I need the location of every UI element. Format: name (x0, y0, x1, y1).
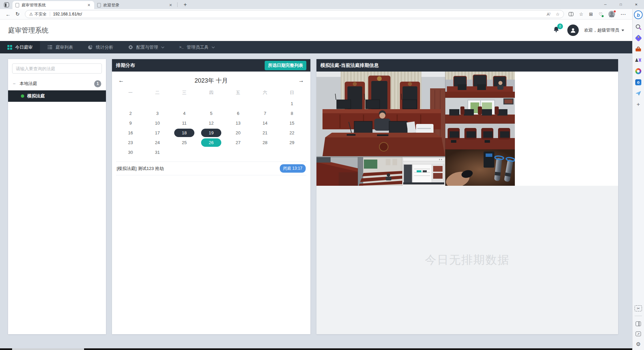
browser-toolbar: ← ↻ ⚠ 不安全 192.168.1.61/tc/ A) ☆ ☆ ⊞ ♡ ··… (0, 9, 632, 19)
calendar-day-21[interactable]: 21 (252, 128, 278, 138)
collections-icon[interactable]: ⊞ (589, 11, 593, 17)
edge-sidebar: b♟♜o+✂↗⚙ (632, 9, 644, 350)
calendar-day-5[interactable]: 5 (198, 108, 225, 118)
minimize-button[interactable]: ─ (598, 0, 613, 9)
capture-icon[interactable]: ✂ (635, 305, 642, 311)
calendar-day-28[interactable]: 28 (252, 138, 278, 147)
calendar-day-4[interactable]: 4 (171, 108, 198, 118)
shopping-icon[interactable] (635, 35, 642, 41)
tab-close-icon[interactable]: ✕ (87, 3, 91, 7)
tools-icon[interactable] (635, 46, 642, 52)
calendar-day-1[interactable]: 1 (278, 99, 305, 108)
favorite-star-icon[interactable]: ☆ (556, 12, 560, 17)
calendar-day-15[interactable]: 15 (278, 118, 305, 128)
calendar-day-13[interactable]: 13 (225, 118, 252, 128)
calendar-day-16[interactable]: 16 (117, 128, 144, 138)
favorites-icon[interactable]: ☆ (579, 11, 583, 17)
url-text: 192.168.1.61/tc/ (53, 12, 82, 16)
refresh-icon[interactable]: ↻ (13, 11, 22, 17)
horizontal-scrollbar[interactable] (0, 348, 632, 350)
browser-tab-active[interactable]: 庭审管理系统 ✕ (12, 1, 94, 9)
tab-workspaces-icon[interactable] (4, 2, 9, 7)
calendar-day-22[interactable]: 22 (278, 128, 305, 138)
microsoft365-icon[interactable] (635, 68, 642, 75)
read-aloud-icon[interactable]: A) (547, 12, 551, 17)
browser-essentials-icon[interactable]: ♡ (599, 12, 603, 17)
notification-bell-icon[interactable]: 0 (553, 26, 560, 35)
calendar-day-3[interactable]: 3 (144, 108, 171, 118)
video-gallery-view (358, 157, 402, 186)
calendar-day-7[interactable]: 7 (252, 108, 278, 118)
calendar-day-25[interactable]: 25 (171, 138, 198, 147)
user-avatar[interactable] (567, 25, 579, 36)
nav-item-3[interactable]: 统计分析 (80, 41, 121, 53)
split-screen-icon[interactable] (569, 12, 573, 16)
nav-label: 庭审列表 (55, 44, 73, 50)
bing-chat-icon[interactable]: b (634, 10, 643, 19)
notification-count-badge: 0 (557, 24, 563, 29)
calendar-day-24[interactable]: 24 (144, 138, 171, 147)
calendar-day-11[interactable]: 11 (171, 118, 198, 128)
court-search-input[interactable] (12, 63, 102, 74)
nav-item-4[interactable]: 配置与管理 (121, 41, 172, 53)
calendar-day-14[interactable]: 14 (252, 118, 278, 128)
calendar-day-23[interactable]: 23 (117, 138, 144, 147)
prev-month-icon[interactable]: ← (117, 77, 125, 84)
calendar-day-30[interactable]: 30 (117, 147, 144, 157)
next-month-icon[interactable]: → (297, 77, 305, 84)
rail-divider (635, 316, 642, 316)
browser-menu-icon[interactable]: ··· (621, 12, 626, 17)
scrollbar-thumb[interactable] (12, 348, 84, 350)
maximize-button[interactable]: □ (613, 0, 629, 9)
tree-item-mock-court-selected[interactable]: 模拟法庭 (8, 90, 106, 102)
calendar-day-26[interactable]: 26 (198, 138, 225, 147)
add-icon[interactable]: + (635, 101, 642, 108)
nav-item-1[interactable]: 今日庭审 (0, 41, 40, 53)
new-tab-button[interactable]: + (181, 2, 189, 8)
weekday-label: 四 (198, 90, 225, 99)
close-button[interactable]: ✕ (629, 0, 644, 9)
calendar-day-2[interactable]: 2 (117, 108, 144, 118)
calendar-day-29[interactable]: 29 (278, 138, 305, 147)
video-gallery-window-view (445, 98, 515, 124)
calendar-day-31[interactable]: 31 (144, 147, 171, 157)
nav-item-2[interactable]: 庭审列表 (40, 41, 80, 53)
settings-icon[interactable]: ⚙ (635, 341, 642, 347)
calendar-month-title: 2023年 十月 (194, 77, 228, 85)
welcome-user-dropdown[interactable]: 欢迎，超级管理员 (584, 27, 624, 33)
calendar-empty-cell (252, 99, 278, 108)
collapse-icon[interactable]: − (13, 81, 15, 86)
calendar-day-20[interactable]: 20 (225, 128, 252, 138)
calendar-day-19[interactable]: 19 (198, 128, 225, 138)
calendar-day-27[interactable]: 27 (225, 138, 252, 147)
calendar-day-9[interactable]: 9 (117, 118, 144, 128)
nav-item-5[interactable]: >_管理员工具 (172, 41, 222, 53)
split-screen-icon[interactable] (635, 320, 642, 327)
grid-icon (7, 45, 12, 50)
browser-tab-inactive[interactable]: 欢迎登录 ✕ (94, 1, 176, 9)
open-external-icon[interactable]: ↗ (636, 332, 641, 336)
full-list-button[interactable]: 所选日期完整列表 (265, 61, 306, 70)
calendar-day-6[interactable]: 6 (225, 108, 252, 118)
search-icon[interactable] (635, 24, 642, 30)
tree-node-local-courts[interactable]: − 本地法庭 1 (8, 77, 106, 90)
browser-profile-avatar[interactable] (608, 11, 615, 17)
schedule-panel: 排期分布 所选日期完整列表 ← 2023年 十月 → 一二三四五六日123456… (112, 59, 310, 334)
browser-tab-bar: 庭审管理系统 ✕ 欢迎登录 ✕ + ─ □ ✕ (0, 0, 644, 9)
calendar-day-17[interactable]: 17 (144, 128, 171, 138)
calendar-day-8[interactable]: 8 (278, 108, 305, 118)
drop-icon[interactable] (635, 90, 642, 97)
outlook-icon[interactable]: o (635, 79, 642, 86)
back-icon[interactable]: ← (3, 11, 13, 17)
calendar-day-12[interactable]: 12 (198, 118, 225, 128)
calendar-day-10[interactable]: 10 (144, 118, 171, 128)
tab-close-icon[interactable]: ✕ (168, 3, 173, 7)
address-bar[interactable]: ⚠ 不安全 192.168.1.61/tc/ A) ☆ (25, 10, 564, 18)
schedule-list-item[interactable]: [模拟法庭] 测试123 抢劫 闭庭 13:17 (116, 162, 306, 175)
games-icon[interactable]: ♟♜ (635, 57, 642, 63)
video-railing-view (316, 157, 358, 186)
calendar-day-18[interactable]: 18 (171, 128, 198, 138)
tab-separator (177, 2, 178, 7)
courtroom-video-feed (316, 72, 515, 186)
nav-label: 管理员工具 (187, 44, 209, 50)
